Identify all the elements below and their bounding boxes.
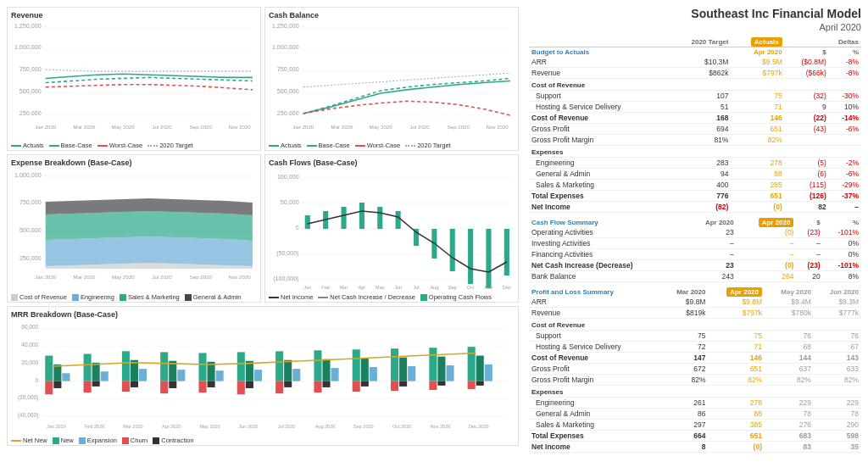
pl-eng-c1: 261 xyxy=(660,398,708,409)
charts-panel: Revenue 1,250,000 1,000,000 750,000 500,… xyxy=(0,0,526,473)
svg-rect-155 xyxy=(476,381,484,386)
cash-flow-summary-section: Cash Flow Summary Apr 2020 Apr 2020 $ % … xyxy=(529,218,861,282)
pl-gpm-c4: 82% xyxy=(814,375,861,386)
svg-text:May 2020: May 2020 xyxy=(199,424,220,429)
pl-ga-c2: 88 xyxy=(708,409,765,420)
svg-text:Aug: Aug xyxy=(430,285,438,290)
ba-ni-delta-d: 82 xyxy=(785,202,829,213)
pl-arr-label: ARR xyxy=(529,297,660,308)
svg-text:1,250,000: 1,250,000 xyxy=(14,22,42,30)
svg-rect-106 xyxy=(122,351,130,381)
ba-eng-target: 283 xyxy=(669,158,732,169)
ba-hosting-delta-d: 9 xyxy=(785,102,829,113)
svg-rect-142 xyxy=(399,358,407,381)
ba-rev-target: $862k xyxy=(669,68,732,79)
pl-rev-c1: $819k xyxy=(660,308,708,319)
svg-text:Jan 2020: Jan 2020 xyxy=(47,424,66,429)
pl-row-cor-total: Cost of Revenue 147 146 144 143 xyxy=(529,353,861,364)
pl-row-sm: Sales & Marketing 297 385 276 290 xyxy=(529,420,861,431)
ba-arr-target: $10.3M xyxy=(669,57,732,68)
svg-text:500,000: 500,000 xyxy=(277,87,299,95)
svg-rect-148 xyxy=(446,365,453,381)
pl-hosting-c4: 67 xyxy=(814,342,861,353)
cf-row-investing: Investing Activities – – – 0% xyxy=(529,238,861,249)
ba-rev-actual: $797k xyxy=(731,68,784,79)
ba-rev-delta-d: ($66k) xyxy=(785,68,829,79)
cf-body: Operating Activities 23 (0) (23) -101% I… xyxy=(529,227,861,282)
pl-totalexp-c4: 598 xyxy=(814,431,861,442)
svg-rect-104 xyxy=(84,381,92,393)
pl-ni-c1: 8 xyxy=(660,442,708,453)
cf-op-c4: -101% xyxy=(823,227,861,238)
pl-sm-c4: 290 xyxy=(814,420,861,431)
svg-rect-60 xyxy=(305,215,310,229)
ba-gp-delta-d: (43) xyxy=(785,124,829,135)
expense-legend: Cost of Revenue Engineering Sales & Mark… xyxy=(11,293,257,301)
pl-row-gp: Gross Profit 672 651 637 633 xyxy=(529,364,861,375)
budget-actuals-header: 2020 Target Actuals Deltas xyxy=(529,37,861,47)
pl-cor-c2: 146 xyxy=(708,353,765,364)
pl-col1: Mar 2020 xyxy=(660,287,708,297)
svg-text:Dec 2020: Dec 2020 xyxy=(469,424,489,429)
col-target: 2020 Target xyxy=(669,37,732,47)
ba-row-revenue: Revenue $862k $797k ($66k) -8% xyxy=(529,68,861,79)
svg-text:Jul 2020: Jul 2020 xyxy=(153,275,173,280)
svg-rect-139 xyxy=(353,381,360,392)
ba-row-arr: ARR $10.3M $9.5M ($0.8M) -8% xyxy=(529,57,861,68)
svg-rect-96 xyxy=(45,356,53,381)
svg-text:Sep 2020: Sep 2020 xyxy=(190,275,213,280)
pl-row-exp-header: Expenses xyxy=(529,386,861,398)
ba-support-delta-d: (32) xyxy=(785,91,829,102)
pl-support-c2: 75 xyxy=(708,331,765,342)
mrr-breakdown-title: MRR Breakdown (Base-Case) xyxy=(11,310,515,319)
pl-hosting-c2: 71 xyxy=(708,342,765,353)
pl-arr-c2: $9.8M xyxy=(708,297,765,308)
ba-row-cor-header: Cost of Revenue xyxy=(529,79,861,91)
svg-text:May 2020: May 2020 xyxy=(370,123,392,129)
svg-text:Oct 2020: Oct 2020 xyxy=(392,424,411,429)
svg-text:Mar 2020: Mar 2020 xyxy=(74,123,96,129)
cf-fin-c4: 0% xyxy=(823,249,861,260)
pl-support-c4: 76 xyxy=(814,331,861,342)
pl-rev-c3: $780k xyxy=(765,308,814,319)
pl-gp-c2: 651 xyxy=(708,364,765,375)
pl-ga-c1: 86 xyxy=(660,409,708,420)
ba-ni-target: (82) xyxy=(669,202,732,213)
svg-text:750,000: 750,000 xyxy=(19,199,42,205)
svg-text:0: 0 xyxy=(36,377,39,383)
pl-section-label: Profit and Loss Summary xyxy=(529,287,660,297)
cf-col2: Apr 2020 xyxy=(737,218,797,227)
ba-sm-delta-pct: -29% xyxy=(829,180,861,191)
section-label-ba: Budget to Actuals xyxy=(529,47,669,58)
svg-rect-125 xyxy=(246,381,253,388)
budget-actuals-body: ARR $10.3M $9.5M ($0.8M) -8% Revenue $86… xyxy=(529,57,861,213)
svg-text:500,000: 500,000 xyxy=(19,227,42,233)
svg-text:Nov 2020: Nov 2020 xyxy=(229,275,252,280)
ba-arr-label: ARR xyxy=(529,57,669,68)
ba-totalexp-actual: 651 xyxy=(731,191,784,202)
svg-rect-137 xyxy=(361,359,369,381)
svg-text:Jan 2020: Jan 2020 xyxy=(35,123,57,129)
ba-eng-delta-d: (5) xyxy=(785,158,829,169)
cf-inv-c4: 0% xyxy=(823,238,861,249)
svg-text:Sep 2020: Sep 2020 xyxy=(190,123,213,129)
ba-row-exp-header: Expenses xyxy=(529,146,861,158)
pl-row-revenue: Revenue $819k $797k $780k $777k xyxy=(529,308,861,319)
pl-eng-c3: 229 xyxy=(765,398,814,409)
svg-rect-152 xyxy=(476,356,484,381)
pl-row-arr: ARR $9.8M $9.8M $9.4M $9.3M xyxy=(529,297,861,308)
svg-text:Sep: Sep xyxy=(448,285,457,290)
ba-row-total-exp: Total Expenses 776 651 (126) -37% xyxy=(529,191,861,202)
subh-delta-pct: % xyxy=(829,47,861,58)
pl-hosting-label: Hosting & Service Delivery xyxy=(529,342,660,353)
ba-ga-target: 94 xyxy=(669,169,732,180)
svg-text:(40,000): (40,000) xyxy=(18,412,38,419)
ba-hosting-target: 51 xyxy=(669,102,732,113)
svg-rect-70 xyxy=(486,229,491,288)
ba-gpm-delta-pct xyxy=(829,135,861,146)
cashflow-table: Cash Flow Summary Apr 2020 Apr 2020 $ % … xyxy=(529,218,861,282)
svg-rect-123 xyxy=(254,370,262,381)
pl-gpm-label: Gross Profit Margin xyxy=(529,375,660,386)
ba-hosting-label: Hosting & Service Delivery xyxy=(529,102,669,113)
svg-text:Jun: Jun xyxy=(394,285,402,290)
